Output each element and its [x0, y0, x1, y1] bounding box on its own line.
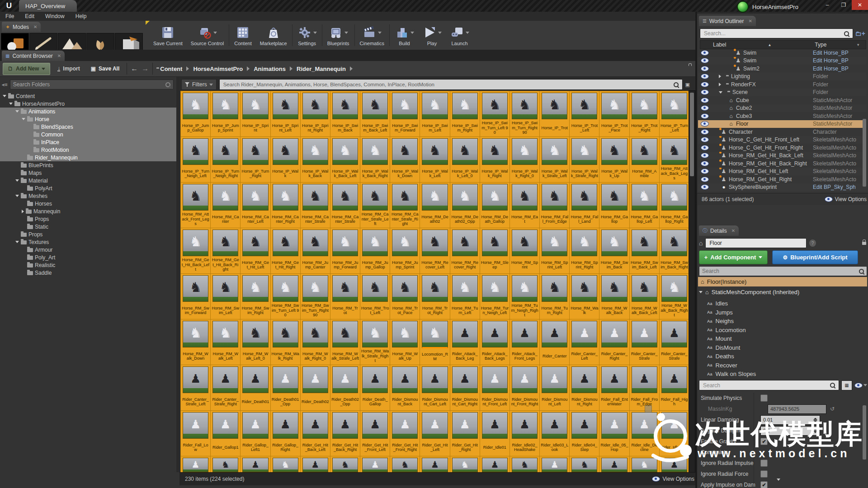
folder-tree-item-rider_mannequin[interactable]: Rider_Mannequin: [0, 154, 176, 161]
chevron-down-icon[interactable]: [344, 32, 348, 34]
asset-tile[interactable]: ♞Horse_RM_Trot_Right: [420, 274, 449, 319]
folder-tree-item-common[interactable]: Common: [0, 131, 176, 138]
visibility-eye-icon[interactable]: [701, 98, 709, 103]
add-new-button[interactable]: 🗋 Add New: [3, 63, 50, 75]
outliner-row-character[interactable]: ♟CharacterCharacter: [698, 128, 866, 136]
asset-tile[interactable]: ♞Horse_IP_Sprint_Right: [301, 91, 330, 136]
asset-tile[interactable]: ♟: [420, 456, 449, 473]
details-search-input[interactable]: Search: [699, 380, 839, 390]
outliner-row-cube2[interactable]: ⌂Cube2StaticMeshActor: [698, 104, 866, 113]
asset-tile[interactable]: ♞Horse_RM_Eat: [510, 183, 539, 228]
asset-tile[interactable]: ♞Horse_RM_Trot_Left: [360, 274, 390, 319]
asset-tile[interactable]: ♞Horse_IP_Walk_Strafe_Left: [540, 137, 569, 182]
asset-tile[interactable]: ♞Horse_RM_Swim_Turn_Left 90: [271, 274, 300, 319]
play-button[interactable]: Play: [418, 23, 446, 47]
asset-tile[interactable]: ♞Horse_RM_Canter_Right: [271, 183, 300, 228]
actor-name-field[interactable]: Floor: [705, 238, 806, 248]
asset-tile[interactable]: ♞Horse_RM_Turn_Neigh_Left: [480, 274, 509, 319]
grid-scrollbar[interactable]: [689, 90, 695, 473]
asset-tile[interactable]: ♞Horse_RM_Walk_Right: [271, 319, 300, 365]
checkbox-checked[interactable]: ✔: [760, 481, 768, 488]
asset-tile[interactable]: ♞Horse_RM_Get_Hit_Right: [271, 228, 300, 273]
asset-tile[interactable]: ♞Horse_RM_Turn_Right: [540, 274, 569, 319]
folder-tree-item-content[interactable]: Content: [0, 92, 176, 100]
save-all-button[interactable]: ▣ Save All: [87, 63, 123, 75]
asset-tile[interactable]: ♞Horse_RM_Canter_Strafe_Right: [390, 183, 420, 228]
asset-tile[interactable]: ♞Horse_IP_Swim_Back_Left: [360, 91, 390, 136]
folder-tree-item-horses[interactable]: Horses: [0, 200, 176, 207]
asset-tile[interactable]: ♟Rider_Idle_05_Hop: [599, 411, 629, 456]
expand-arrow-icon[interactable]: [22, 118, 25, 120]
folder-tree-item-static[interactable]: Static: [0, 223, 176, 230]
outliner-row-swim[interactable]: ♟SwimEdit Horse_BP: [698, 57, 866, 65]
asset-tile[interactable]: ♟Rider_Dismount_Left: [540, 365, 569, 410]
forward-arrow-icon[interactable]: →: [142, 65, 149, 73]
asset-tile[interactable]: ♞: [570, 456, 599, 473]
outliner-row-swim2[interactable]: ♟Swim2Edit Horse_BP: [698, 65, 866, 73]
asset-tile[interactable]: ♞Horse_RM_Swim_Back: [599, 228, 629, 273]
asset-tile[interactable]: ♞Horse_IP_Turn_Neigh_Right: [211, 137, 240, 182]
level-tab[interactable]: HAP_Overview: [19, 0, 77, 12]
asset-tile[interactable]: ♞Horse_RM_Trot: [330, 274, 360, 319]
folder-tree-item-props[interactable]: Props: [0, 215, 176, 223]
details-scrollbar[interactable]: [863, 396, 867, 482]
asset-tile[interactable]: ♞Horse_IP_Walk: [271, 137, 300, 182]
visibility-eye-icon[interactable]: [701, 137, 709, 142]
back-arrow-icon[interactable]: ←: [131, 65, 138, 73]
asset-tile[interactable]: ♞Horse_IP_Jump_Gallop: [181, 91, 210, 136]
asset-tile[interactable]: ♞Horse_RM_Jump_Canter: [301, 228, 330, 273]
asset-tile[interactable]: ♞Horse_RM_Amble: [630, 137, 659, 182]
chevron-down-icon[interactable]: [466, 32, 469, 34]
save-current-button[interactable]: Save Current: [149, 23, 187, 47]
asset-tile[interactable]: ♞Horse_IP_Walk_Right_0: [510, 137, 539, 182]
close-icon[interactable]: ✕: [57, 53, 61, 58]
asset-tile[interactable]: ♞Horse_RM_Walk_Back_Right: [660, 274, 689, 319]
outliner-scrollbar[interactable]: [863, 119, 867, 196]
revert-icon[interactable]: ↺: [830, 406, 835, 412]
chevron-down-icon[interactable]: [313, 32, 317, 34]
minimize-button[interactable]: –: [819, 0, 835, 10]
asset-tile[interactable]: ♟Rider_Idle02_HeadShake: [510, 411, 539, 456]
folder-tree-item-inplace[interactable]: InPlace: [0, 138, 176, 146]
asset-tile[interactable]: ♞Horse_RM_Swim_Right: [241, 274, 270, 319]
tab-details[interactable]: ⓘ Details ✕: [699, 225, 739, 236]
asset-tile[interactable]: ♞Horse_IP_Walk_Left: [420, 137, 449, 182]
asset-tile[interactable]: ♞Horse_RM_Swim_Left: [211, 274, 240, 319]
asset-tile[interactable]: ♞Horse_RM_Get_Hit_Back_Right: [211, 228, 240, 273]
spinner-icon[interactable]: [813, 429, 817, 433]
tab-world-outliner[interactable]: ☰ World Outliner ✕: [699, 16, 756, 26]
outliner-view-options-button[interactable]: View Options: [825, 196, 868, 202]
edit-blueprint-link-text[interactable]: Edit Horse_BP: [813, 50, 849, 56]
checkbox-unchecked[interactable]: [760, 470, 768, 478]
asset-tile[interactable]: ♞Horse_RM_Walk_Strafe_Right: [360, 319, 390, 365]
visibility-eye-icon[interactable]: [701, 145, 709, 150]
folder-tree-item-horseanimsetpro[interactable]: HorseAnimsetPro: [0, 100, 176, 108]
asset-tile[interactable]: ♞Horse_RM_Walk_Left: [211, 319, 240, 365]
asset-tile[interactable]: ♞Horse_RM_Death02_Opp: [450, 183, 480, 228]
component-row-idles[interactable]: AaIdles: [707, 299, 861, 308]
property-column-divider[interactable]: [754, 393, 754, 485]
asset-tile[interactable]: ♟Rider_Idle_Decline: [630, 411, 659, 456]
folder-tree-item-blueprints[interactable]: BluePrints: [0, 161, 176, 169]
asset-tile[interactable]: ♟Rider_Idle03_Look: [540, 411, 569, 456]
asset-tile[interactable]: ♟Rider_Idle_Incl: [660, 411, 689, 456]
asset-tile[interactable]: ♞Horse_RM_Walk_Left_0: [241, 319, 270, 365]
asset-tile[interactable]: ♟: [540, 456, 569, 473]
collapse-arrow-icon[interactable]: [22, 210, 24, 213]
asset-tile[interactable]: ♞Horse_IP_Turn_Neigh_Left: [181, 137, 210, 182]
sources-toggle-icon[interactable]: ⫷≡: [2, 82, 8, 88]
menu-item-edit[interactable]: Edit: [19, 12, 40, 21]
component-row-recover[interactable]: AaRecover: [707, 361, 861, 370]
visibility-eye-icon[interactable]: [701, 82, 709, 87]
asset-tile[interactable]: ♞Horse_RM_Fall_From_Edge: [540, 183, 569, 228]
expand-arrow-icon[interactable]: [15, 110, 19, 113]
asset-tile[interactable]: ♟: [599, 456, 629, 473]
checkbox-checked[interactable]: ✔: [760, 438, 768, 445]
visibility-eye-icon[interactable]: [701, 113, 709, 119]
mass-input[interactable]: 487943.5625: [768, 404, 826, 414]
asset-tile[interactable]: ♟Rider_Dismount_Back: [390, 365, 420, 410]
asset-tile[interactable]: ♞Horse_RM_Attack_Back_Legs: [660, 137, 689, 182]
component-row-mount[interactable]: AaMount: [707, 334, 861, 343]
edit-blueprint-link-text[interactable]: Edit Horse_BP: [813, 66, 849, 72]
folder-tree-item-animations[interactable]: Animations: [0, 108, 176, 115]
